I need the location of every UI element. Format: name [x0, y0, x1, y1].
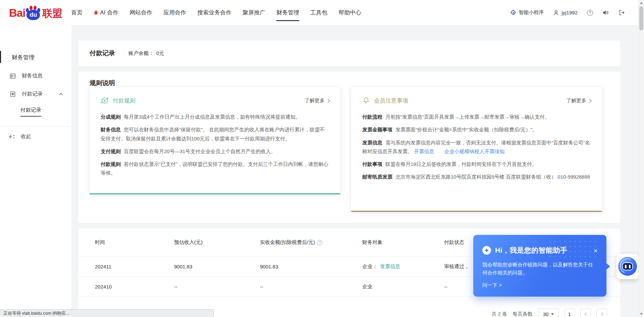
- nav-menu: 首页 AI 合作 网站合作 应用合作 搜索业务合作 聚屏推广 财务管理 工具包 …: [71, 0, 361, 25]
- compass-icon: [482, 246, 491, 255]
- rule-item: 财务信息您可以在财务信息中选择“保留付款”。 在此期间您产生的收入将在账户内进行…: [101, 125, 329, 143]
- robot-icon: [618, 257, 637, 276]
- sidebar-subitem-payment-record[interactable]: 付款记录: [0, 107, 71, 117]
- member-notes-body: 付款流程月初按“发票信息”页面开具发票→上传发票→邮寄发票→审核→确认支付。 发…: [351, 105, 602, 182]
- balance-label: 账户余额：: [128, 50, 154, 56]
- chevron-left-icon: [584, 312, 588, 316]
- payment-rules-card: 付款规则 了解更多 分成规则每月第3或4个工作日产出上月分成信息及发票信息，如有…: [90, 87, 340, 194]
- logo-text-du: du: [26, 10, 40, 20]
- rule-item: 发票金额事项发票票面“价税合计”金额=系统中“实收金额（扣除税费后/元）”。: [362, 125, 591, 134]
- nav-item-ai[interactable]: AI 合作: [94, 0, 118, 25]
- cell-actual: --: [260, 284, 362, 290]
- payment-rules-body: 分成规则每月第3或4个工作日产出上月分成信息及发票信息，如有特殊情况将提前通知。…: [90, 105, 340, 178]
- sidebar-item-label: 付款记录: [22, 90, 43, 98]
- collapse-icon: [9, 134, 15, 139]
- nav-item-search-business[interactable]: 搜索业务合作: [197, 0, 231, 25]
- user-icon: [553, 10, 559, 16]
- nav-item-help-center[interactable]: 帮助中心: [338, 0, 361, 25]
- user-account[interactable]: jyj1992: [553, 10, 578, 16]
- username: jyj1992: [561, 10, 578, 15]
- nav-item-finance[interactable]: 财务管理: [276, 0, 299, 25]
- sidebar-item-payment-record[interactable]: 付款记录: [0, 90, 71, 98]
- rule-item: 邮寄纸质发票北京市海淀区西北旺东路10号院百度科技园5号楼 百度联盟财务组（收）…: [362, 173, 591, 181]
- cell-time: 202410: [95, 284, 174, 290]
- rule-item: 支付规则百度联盟会在每月20号—31号支付企业会员上个自然月产生的收入。: [101, 147, 329, 156]
- assistant-header: Hi，我是您的智能助手 ×: [473, 235, 606, 255]
- total-count: 共 2 条: [491, 311, 507, 317]
- sidebar: 财务管理 财务信息 付款记录 付款记录: [0, 25, 71, 317]
- speaker-icon[interactable]: [602, 9, 609, 16]
- cell-target: 企业：发票信息: [362, 263, 444, 270]
- column-header-time: 时间: [95, 239, 174, 246]
- sidebar-title: 财务管理: [0, 54, 71, 61]
- close-icon[interactable]: ×: [594, 247, 598, 254]
- per-page-select[interactable]: 30: [538, 309, 559, 317]
- small-taxpayer-guide-link[interactable]: 企业小规模纳税人开票须知: [444, 148, 504, 154]
- chevron-up-icon[interactable]: [59, 92, 63, 96]
- assistant-robot-button[interactable]: [616, 254, 639, 279]
- rules-section-title: 规则说明: [78, 72, 620, 87]
- pagination: 共 2 条 每页条数 30 1: [491, 309, 607, 317]
- member-notes-more-link[interactable]: 了解更多: [566, 98, 591, 104]
- balance-value: 0元: [156, 50, 164, 56]
- cell-target: 企业: [362, 283, 444, 290]
- coin-icon: [101, 97, 109, 105]
- prev-page-button[interactable]: [580, 309, 591, 317]
- scrollbar-thumb[interactable]: [639, 6, 643, 30]
- finance-info-icon: [9, 73, 16, 79]
- payment-rules-card-header: 付款规则 了解更多: [90, 87, 340, 105]
- member-notes-card: 会员注意事项 了解更多 付款流程月初按“发票信息”页面开具发票→上传发票→邮寄发…: [351, 87, 602, 212]
- assistant-title: Hi，我是您的智能助手: [495, 246, 568, 255]
- rule-item: 分成规则每月第3或4个工作日产出上月分成信息及发票信息，如有特殊情况将提前通知。: [101, 113, 329, 121]
- rule-item: 付款事项联盟在每月19日之后签收的发票，付款时间安排在下个月首批支付。: [362, 160, 591, 169]
- help-icon[interactable]: ?: [587, 10, 593, 16]
- nav-item-website[interactable]: 网站合作: [129, 0, 152, 25]
- vertical-scrollbar[interactable]: [638, 0, 644, 317]
- sidebar-item-label: 财务信息: [22, 72, 43, 79]
- nav-item-toolkit[interactable]: 工具包: [310, 0, 327, 25]
- nav-item-app[interactable]: 应用合作: [163, 0, 186, 25]
- bell-icon: [362, 97, 370, 105]
- payment-rules-more-link[interactable]: 了解更多: [305, 98, 329, 104]
- rules-panel: 规则说明 付款规则 了解更多 分成规则每月第3或4个工作日产出上月分成信息及发票…: [78, 72, 620, 223]
- cell-time: 202411: [95, 264, 174, 269]
- assistant-message: 我会帮助您诊断合作链路问题，以及解答您关于任何合作相关的问题。: [473, 255, 606, 277]
- page-header-card: 付款记录 账户余额：0元: [78, 41, 620, 66]
- page-root: Bai du 联盟 首页 AI 合作 网站合作 应用合作 搜索业务合作 聚屏推广…: [0, 0, 644, 317]
- top-nav: Bai du 联盟 首页 AI 合作 网站合作 应用合作 搜索业务合作 聚屏推广…: [0, 0, 644, 25]
- invoice-info-link[interactable]: 开票信息: [414, 148, 434, 154]
- nav-item-home[interactable]: 首页: [71, 0, 83, 25]
- column-header-estimated-income: 预估收入(元): [174, 239, 260, 246]
- member-notes-title: 会员注意事项: [374, 97, 408, 105]
- mini-program-link[interactable]: 智能小程序: [511, 9, 544, 16]
- payment-record-icon: [9, 91, 16, 98]
- browser-status-bar: 正在等待 xlab.baidu.com 的响应...: [0, 309, 214, 317]
- invoice-info-table-link[interactable]: 发票信息: [380, 263, 400, 269]
- member-notes-card-header: 会员注意事项 了解更多: [351, 87, 602, 105]
- chevron-down-icon: [551, 313, 554, 315]
- per-page-label: 每页条数: [513, 311, 533, 317]
- logo-text-union: 联盟: [42, 6, 62, 20]
- column-help-icon[interactable]: ?: [317, 240, 322, 245]
- sidebar-collapse-button[interactable]: 收起: [0, 133, 71, 140]
- sidebar-item-finance-info[interactable]: 财务信息: [0, 72, 71, 79]
- next-page-button[interactable]: [596, 309, 607, 317]
- column-header-finance-target: 财务对象: [362, 239, 444, 246]
- logout-icon[interactable]: [619, 9, 625, 16]
- account-balance: 账户余额：0元: [128, 50, 164, 57]
- column-header-actual-amount: 实收金额(扣除税费后/元) ?: [260, 239, 362, 246]
- nav-right-tools: 智能小程序 jyj1992 ?: [511, 9, 625, 16]
- cell-estimated: --: [174, 284, 260, 290]
- baidu-union-logo[interactable]: Bai du 联盟: [9, 5, 62, 20]
- scroll-up-arrow-icon[interactable]: [640, 2, 643, 4]
- scroll-down-arrow-icon[interactable]: [640, 313, 643, 315]
- ask-now-link[interactable]: 问一下 >: [473, 277, 606, 289]
- payment-rules-title: 付款规则: [113, 97, 136, 105]
- rule-item: 发票信息需与系统内发票信息内容完全一致，否则无法支付。请根据发票信息页面中“百度…: [362, 138, 591, 156]
- cell-actual: 9001.83: [260, 264, 362, 269]
- chevron-right-icon: [599, 312, 603, 316]
- sidebar-divider: [0, 126, 71, 127]
- page-number-button[interactable]: 1: [564, 309, 575, 317]
- rule-item: 付款规则若付款状态显示“已支付”，说明联盟已安排了您的付款。支付后三个工作日内到…: [101, 160, 329, 178]
- nav-item-screen-promo[interactable]: 聚屏推广: [243, 0, 265, 25]
